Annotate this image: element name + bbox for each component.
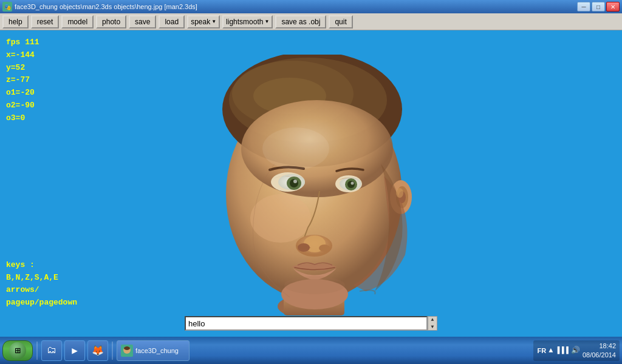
title-bar-left: 🎭 face3D_chung objects\man2.3ds objects\… bbox=[2, 2, 197, 12]
window-controls: ─ □ ✕ bbox=[577, 2, 620, 12]
taskbar-browser-button[interactable]: 🦊 bbox=[87, 340, 108, 361]
taskbar-app-icon bbox=[121, 345, 133, 357]
network-icon: ▲ bbox=[549, 346, 553, 355]
speech-bar: ▲ ▼ bbox=[185, 316, 437, 331]
speech-input[interactable] bbox=[185, 316, 428, 331]
reset-button[interactable]: reset bbox=[31, 15, 60, 29]
close-button[interactable]: ✕ bbox=[606, 2, 620, 12]
photo-button[interactable]: photo bbox=[96, 15, 126, 29]
keys-help: keys : B,N,Z,S,A,E arrows/ pageup/pagedo… bbox=[6, 259, 77, 309]
face-3d-render bbox=[196, 55, 426, 315]
menu-bar: help reset model photo save load speak ▼… bbox=[0, 13, 622, 30]
app-icon: 🎭 bbox=[2, 2, 12, 12]
scroll-up-icon[interactable]: ▲ bbox=[431, 317, 434, 322]
language-indicator: FR bbox=[537, 347, 546, 354]
svg-point-24 bbox=[319, 244, 330, 252]
title-bar: 🎭 face3D_chung objects\man2.3ds objects\… bbox=[0, 0, 622, 13]
svg-point-26 bbox=[284, 276, 345, 294]
window-title: face3D_chung objects\man2.3ds objects\he… bbox=[15, 3, 197, 10]
y-stat: y=52 bbox=[6, 62, 39, 75]
taskbar-separator-2 bbox=[112, 342, 113, 360]
speak-dropdown[interactable]: speak ▼ bbox=[187, 15, 220, 29]
date-display: 08/06/2014 bbox=[583, 351, 616, 359]
taskbar-app-button[interactable]: face3D_chung bbox=[117, 340, 190, 361]
taskbar-separator-1 bbox=[36, 342, 38, 360]
browser-icon: 🦊 bbox=[92, 345, 104, 357]
volume-icon: 🔊 bbox=[571, 346, 580, 355]
fps-stat: fps 111 bbox=[6, 36, 39, 49]
files-icon: 🗂 bbox=[47, 345, 56, 356]
svg-point-15 bbox=[293, 180, 297, 183]
svg-point-19 bbox=[347, 181, 355, 188]
taskbar: ⊞ 🗂 ▶ 🦊 face3D_chung FR ▲ ▐▐▐ 🔊 18:42 08… bbox=[0, 337, 622, 364]
time-display: 18:42 bbox=[583, 342, 616, 350]
svg-point-20 bbox=[351, 182, 354, 185]
keys-title: keys : bbox=[6, 259, 77, 272]
face-3d-container bbox=[196, 55, 426, 315]
lightsmooth-label: lightsmooth bbox=[226, 18, 263, 26]
lightsmooth-dropdown[interactable]: lightsmooth ▼ bbox=[222, 15, 273, 29]
maximize-button[interactable]: □ bbox=[592, 2, 605, 12]
media-icon: ▶ bbox=[72, 345, 78, 357]
speak-label: speak bbox=[191, 18, 210, 26]
svg-point-29 bbox=[396, 188, 403, 198]
keys-arrows: arrows/ bbox=[6, 284, 77, 297]
lightsmooth-arrow-icon: ▼ bbox=[264, 19, 269, 24]
load-button[interactable]: load bbox=[159, 15, 185, 29]
svg-point-28 bbox=[262, 127, 329, 170]
taskbar-media-button[interactable]: ▶ bbox=[64, 340, 85, 361]
svg-point-31 bbox=[124, 346, 130, 350]
stats-overlay: fps 111 x=-144 y=52 z=-77 o1=-20 o2=-90 … bbox=[6, 36, 39, 125]
o1-stat: o1=-20 bbox=[6, 87, 39, 99]
start-button[interactable]: ⊞ bbox=[2, 340, 33, 361]
z-stat: z=-77 bbox=[6, 74, 39, 87]
help-button[interactable]: help bbox=[2, 15, 29, 29]
o3-stat: o3=0 bbox=[6, 112, 39, 125]
clock: 18:42 08/06/2014 bbox=[583, 342, 616, 359]
quit-button[interactable]: quit bbox=[329, 15, 352, 29]
model-button[interactable]: model bbox=[61, 15, 94, 29]
taskbar-app-label: face3D_chung bbox=[135, 347, 179, 354]
o2-stat: o2=-90 bbox=[6, 99, 39, 112]
start-orb-icon: ⊞ bbox=[9, 342, 26, 359]
keys-list: B,N,Z,S,A,E bbox=[6, 272, 77, 285]
save-as-obj-button[interactable]: save as .obj bbox=[275, 15, 326, 29]
keys-pageupdown: pageup/pagedown bbox=[6, 297, 77, 309]
save-button[interactable]: save bbox=[129, 15, 156, 29]
speak-arrow-icon: ▼ bbox=[211, 19, 216, 24]
scroll-down-icon[interactable]: ▼ bbox=[431, 325, 434, 329]
taskbar-files-button[interactable]: 🗂 bbox=[41, 340, 62, 361]
volume-bars-icon: ▐▐▐ bbox=[555, 346, 569, 355]
minimize-button[interactable]: ─ bbox=[577, 2, 590, 12]
viewport[interactable]: fps 111 x=-144 y=52 z=-77 o1=-20 o2=-90 … bbox=[0, 30, 622, 337]
speech-scrollbar[interactable]: ▲ ▼ bbox=[428, 316, 437, 331]
system-tray: FR ▲ ▐▐▐ 🔊 18:42 08/06/2014 bbox=[533, 340, 620, 361]
svg-point-10 bbox=[250, 194, 311, 243]
x-stat: x=-144 bbox=[6, 49, 39, 62]
